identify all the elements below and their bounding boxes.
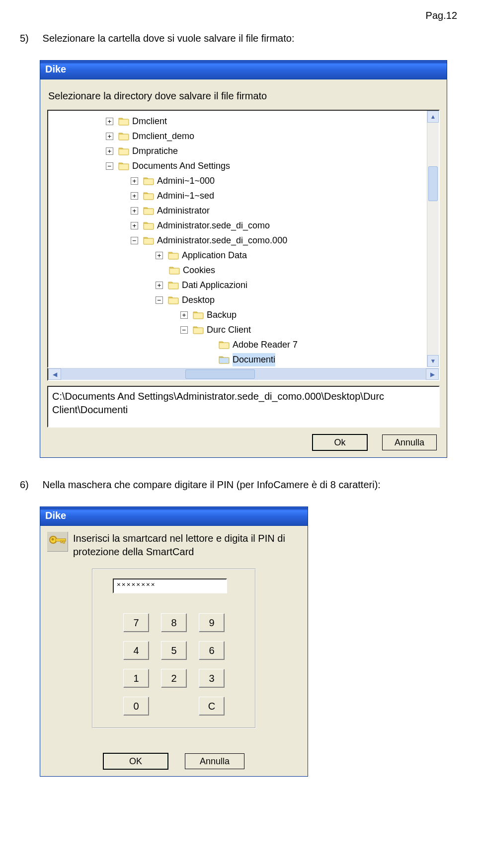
folder-icon — [169, 266, 180, 275]
keypad-7[interactable]: 7 — [123, 613, 149, 632]
vertical-scrollbar[interactable]: ▲ ▼ — [427, 111, 439, 367]
svg-rect-4 — [144, 179, 154, 185]
scroll-down-button[interactable]: ▼ — [427, 355, 439, 367]
folder-icon — [168, 295, 179, 304]
svg-rect-22 — [61, 541, 62, 543]
tree-node[interactable]: +Admini~1~sed — [51, 188, 425, 203]
tree-node[interactable]: +Dati Applicazioni — [51, 278, 425, 292]
tree-node[interactable]: Documenti — [51, 352, 425, 367]
step-6-num: 6) — [20, 478, 40, 492]
step-6-text: 6) Nella maschera che compare digitare i… — [0, 473, 477, 502]
svg-rect-15 — [219, 343, 229, 349]
collapse-icon[interactable]: − — [156, 296, 163, 304]
svg-rect-16 — [219, 358, 229, 363]
tree-node[interactable]: Durc Client — [51, 367, 425, 368]
svg-rect-5 — [144, 194, 154, 200]
folder-icon — [219, 355, 230, 364]
hscroll-track[interactable] — [61, 368, 426, 380]
folder-icon — [118, 132, 129, 141]
scroll-right-button[interactable]: ▶ — [426, 368, 439, 380]
tree-node-label: Application Data — [182, 249, 247, 262]
dike-folder-dialog: Dike Selezionare la directory dove salva… — [40, 60, 447, 458]
expand-icon[interactable]: + — [131, 222, 138, 229]
tree-node-label: Dati Applicazioni — [182, 279, 247, 292]
tree-node-label: Admini~1~sed — [157, 189, 214, 203]
tree-node-label: Dmclient — [132, 115, 167, 128]
expand-icon[interactable]: + — [106, 147, 113, 155]
keypad-panel: ×××××××× 7894561230C — [92, 569, 256, 728]
step-5-label: Selezionare la cartella dove si vuole sa… — [43, 33, 295, 44]
expand-icon[interactable]: + — [131, 177, 138, 185]
tree-node[interactable]: −Durc Client — [51, 322, 425, 337]
ok-button[interactable]: Ok — [313, 434, 367, 450]
pin-input[interactable]: ×××××××× — [113, 579, 227, 593]
keypad-9[interactable]: 9 — [199, 613, 225, 632]
tree-node[interactable]: +Backup — [51, 307, 425, 322]
cancel-button[interactable]: Annulla — [185, 753, 244, 769]
tree-node-label: Durc Client — [207, 323, 251, 337]
scroll-up-button[interactable]: ▲ — [427, 111, 439, 123]
page-number: Pag.12 — [0, 0, 477, 26]
svg-rect-2 — [119, 149, 129, 155]
folder-icon — [118, 161, 129, 170]
expand-icon[interactable]: + — [180, 311, 188, 319]
expand-icon[interactable]: + — [106, 118, 113, 125]
step-5-num: 5) — [20, 31, 40, 45]
hscroll-thumb[interactable] — [185, 369, 255, 379]
keypad-1[interactable]: 1 — [123, 669, 149, 688]
tree-node-label: Documents And Settings — [132, 159, 230, 173]
collapse-icon[interactable]: − — [131, 237, 138, 244]
tree-node[interactable]: −Desktop — [51, 292, 425, 307]
tree-node[interactable]: +Dmpratiche — [51, 144, 425, 158]
keypad-0[interactable]: 0 — [123, 697, 149, 716]
expand-icon[interactable]: + — [131, 207, 138, 215]
tree-node[interactable]: +Admini~1~000 — [51, 173, 425, 188]
tree-node[interactable]: −Administrator.sede_di_como.000 — [51, 233, 425, 248]
cancel-button[interactable]: Annulla — [382, 434, 437, 450]
tree-node[interactable]: +Administrator.sede_di_como — [51, 218, 425, 233]
ok-button[interactable]: OK — [103, 753, 168, 769]
scroll-left-button[interactable]: ◀ — [48, 368, 61, 380]
svg-rect-1 — [119, 134, 129, 140]
tree-node[interactable]: +Dmclient_demo — [51, 129, 425, 144]
keypad-4[interactable]: 4 — [123, 641, 149, 660]
horizontal-scrollbar[interactable]: ◀ ▶ — [47, 368, 440, 381]
expand-icon[interactable]: + — [131, 192, 138, 200]
svg-rect-8 — [144, 238, 154, 244]
folder-icon — [219, 340, 230, 349]
expand-icon[interactable]: + — [106, 133, 113, 140]
tree-node[interactable]: +Application Data — [51, 248, 425, 263]
tree-node-label: Administrator.sede_di_como — [157, 219, 270, 232]
svg-rect-11 — [168, 283, 178, 289]
tree-node[interactable]: Cookies — [51, 263, 425, 278]
svg-rect-3 — [119, 164, 129, 170]
collapse-icon[interactable]: − — [106, 162, 113, 170]
svg-rect-6 — [144, 209, 154, 215]
folder-icon — [143, 236, 154, 245]
keypad-6[interactable]: 6 — [199, 641, 225, 660]
keypad-5[interactable]: 5 — [161, 641, 187, 660]
expand-icon[interactable]: + — [156, 282, 163, 289]
svg-point-19 — [52, 538, 54, 541]
folder-icon — [118, 146, 129, 155]
tree-node-label: Adobe Reader 7 — [233, 338, 298, 352]
expand-icon[interactable]: + — [156, 252, 163, 259]
tree-node[interactable]: +Administrator — [51, 203, 425, 218]
collapse-icon[interactable]: − — [180, 326, 188, 334]
keypad-8[interactable]: 8 — [161, 613, 187, 632]
dialog-titlebar[interactable]: Dike — [40, 61, 447, 79]
folder-tree[interactable]: +Dmclient+Dmclient_demo+Dmpratiche−Docum… — [47, 110, 440, 368]
keypad-2[interactable]: 2 — [161, 669, 187, 688]
scroll-thumb[interactable] — [428, 166, 438, 201]
tree-node[interactable]: +Dmclient — [51, 114, 425, 129]
dialog-titlebar[interactable]: Dike — [40, 507, 308, 526]
folder-icon — [143, 191, 154, 200]
tree-node-label: Dmclient_demo — [132, 130, 194, 143]
tree-node-label: Dmpratiche — [132, 145, 178, 158]
tree-node[interactable]: Adobe Reader 7 — [51, 337, 425, 352]
keypad-3[interactable]: 3 — [199, 669, 225, 688]
key-icon — [47, 532, 68, 552]
keypad-clear[interactable]: C — [199, 697, 225, 716]
tree-node[interactable]: −Documents And Settings — [51, 158, 425, 173]
svg-rect-13 — [193, 313, 203, 319]
